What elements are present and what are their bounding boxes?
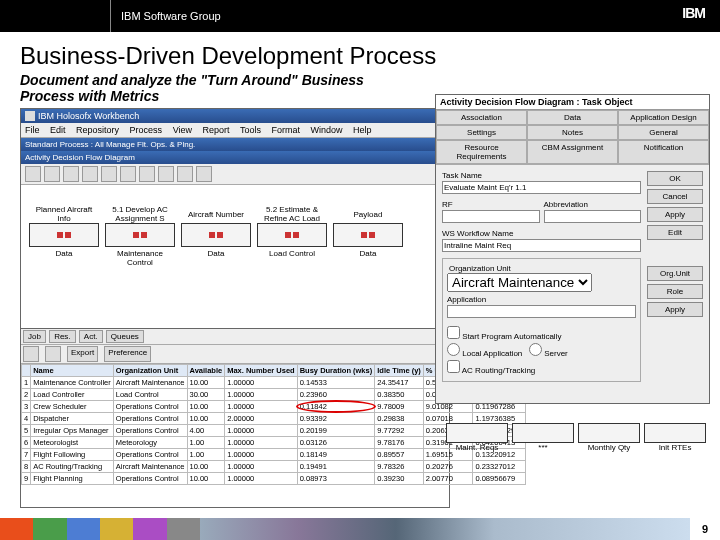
taskname-label: Task Name [442, 171, 641, 180]
cancel-button[interactable]: Cancel [647, 189, 703, 204]
props-tabs[interactable]: AssociationDataApplication DesignSetting… [436, 110, 709, 165]
menu-process[interactable]: Process [130, 125, 163, 135]
rf-label: RF [442, 200, 540, 209]
role-button[interactable]: Role [647, 284, 703, 299]
menu-repository[interactable]: Repository [76, 125, 119, 135]
tool-btn[interactable] [139, 166, 155, 182]
orgunit-select[interactable]: Aircraft Maintenance [447, 273, 592, 292]
local-label: Local Application [462, 349, 522, 358]
menu-file[interactable]: File [25, 125, 40, 135]
props-tab[interactable]: CBM Assignment [527, 140, 618, 164]
export-button[interactable]: Export [67, 346, 98, 362]
tab-act[interactable]: Act. [79, 330, 103, 343]
orgunit-button[interactable]: Org.Unit [647, 266, 703, 281]
props-tab[interactable]: Application Design [618, 110, 709, 125]
mini-diagram: Maint. Reqs***Monthly QtyInit RTEs [446, 402, 706, 472]
mini-node: Monthly Qty [578, 423, 640, 452]
mini-node: *** [512, 423, 574, 452]
orgunit-label: Organization Unit [447, 264, 513, 273]
metrics-table-window: Job Res. Act. Queues Export Preference N… [20, 328, 450, 508]
apply-button[interactable]: Apply [647, 207, 703, 222]
rf-input[interactable] [442, 210, 540, 223]
preference-button[interactable]: Preference [104, 346, 151, 362]
tab-job[interactable]: Job [23, 330, 46, 343]
tool-btn[interactable] [120, 166, 136, 182]
col-header[interactable]: Organization Unit [113, 365, 187, 377]
tool-btn[interactable] [44, 166, 60, 182]
tool-icon[interactable] [45, 346, 61, 362]
diagram-node[interactable]: Aircraft NumberData [181, 205, 251, 305]
server-label: Server [544, 349, 568, 358]
local-radio[interactable] [447, 343, 460, 356]
subwindow-title-2: Activity Decision Flow Diagram [21, 151, 449, 164]
menu-window[interactable]: Window [310, 125, 342, 135]
tool-btn[interactable] [63, 166, 79, 182]
footer-colors [0, 518, 200, 540]
ok-button[interactable]: OK [647, 171, 703, 186]
subwindow-title-1: Standard Process : All Manage Flt. Ops. … [21, 138, 449, 151]
col-header[interactable]: Available [187, 365, 225, 377]
col-header[interactable]: Name [31, 365, 114, 377]
table-tools: Export Preference [21, 345, 449, 364]
menu-tools[interactable]: Tools [240, 125, 261, 135]
tool-btn[interactable] [177, 166, 193, 182]
menu-help[interactable]: Help [353, 125, 372, 135]
diagram-node[interactable]: Planned Aircraft InfoData [29, 205, 99, 305]
menu-format[interactable]: Format [271, 125, 300, 135]
tool-btn[interactable] [82, 166, 98, 182]
footer: 9 [0, 518, 720, 540]
apply2-button[interactable]: Apply [647, 302, 703, 317]
tool-btn[interactable] [25, 166, 41, 182]
menu-edit[interactable]: Edit [50, 125, 66, 135]
props-tab[interactable]: Settings [436, 125, 527, 140]
app-input[interactable] [447, 305, 636, 318]
tab-res[interactable]: Res. [49, 330, 75, 343]
diagram-node[interactable]: 5.2 Estimate & Refine AC LoadLoad Contro… [257, 205, 327, 305]
diagram-canvas[interactable]: Planned Aircraft InfoData5.1 Develop AC … [21, 185, 449, 325]
table-tabs[interactable]: Job Res. Act. Queues [21, 329, 449, 345]
props-tab[interactable]: Notification [618, 140, 709, 164]
tool-btn[interactable] [196, 166, 212, 182]
header-divider [110, 0, 111, 32]
menu-view[interactable]: View [173, 125, 192, 135]
taskname-input[interactable] [442, 181, 641, 194]
mini-node: Init RTEs [644, 423, 706, 452]
routing-checkbox[interactable] [447, 360, 460, 373]
workbench-title: IBM Holosofx Workbench [38, 111, 139, 121]
props-tab[interactable]: Resource Requirements [436, 140, 527, 164]
slide-title: Business-Driven Development Process [0, 32, 720, 72]
abbrev-input[interactable] [544, 210, 642, 223]
props-tab[interactable]: General [618, 125, 709, 140]
toolbar [21, 164, 449, 185]
properties-panel: Activity Decision Flow Diagram : Task Ob… [435, 94, 710, 404]
mini-node: Maint. Reqs [446, 423, 508, 452]
diagram-node[interactable]: PayloadData [333, 205, 403, 305]
table-row[interactable]: 9Flight PlanningOperations Control10.001… [22, 473, 526, 485]
menubar[interactable]: File Edit Repository Process View Report… [21, 123, 449, 138]
tool-btn[interactable] [158, 166, 174, 182]
header-bar: IBM Software Group IBM [0, 0, 720, 32]
col-header[interactable]: Idle Time (y) [375, 365, 424, 377]
abbrev-label: Abbreviation [544, 200, 642, 209]
start-auto-label: Start Program Automatically [462, 332, 561, 341]
edit-button[interactable]: Edit [647, 225, 703, 240]
server-radio[interactable] [529, 343, 542, 356]
menu-report[interactable]: Report [203, 125, 230, 135]
props-tab[interactable]: Association [436, 110, 527, 125]
workflow-input[interactable] [442, 239, 641, 252]
ibm-logo: IBM [682, 5, 705, 21]
page-number: 9 [690, 518, 720, 540]
slide-subtitle: Document and analyze the "Turn Around" B… [0, 72, 430, 108]
col-header[interactable]: Max. Number Used [225, 365, 298, 377]
tool-btn[interactable] [101, 166, 117, 182]
props-tab[interactable]: Data [527, 110, 618, 125]
col-header[interactable] [22, 365, 31, 377]
props-tab[interactable]: Notes [527, 125, 618, 140]
start-auto-checkbox[interactable] [447, 326, 460, 339]
tool-icon[interactable] [23, 346, 39, 362]
diagram-node[interactable]: 5.1 Develop AC Assignment SMaintenance C… [105, 205, 175, 305]
col-header[interactable]: Busy Duration (wks) [297, 365, 375, 377]
tab-queues[interactable]: Queues [106, 330, 144, 343]
app-icon [25, 111, 35, 121]
workbench-titlebar[interactable]: IBM Holosofx Workbench [21, 109, 449, 123]
